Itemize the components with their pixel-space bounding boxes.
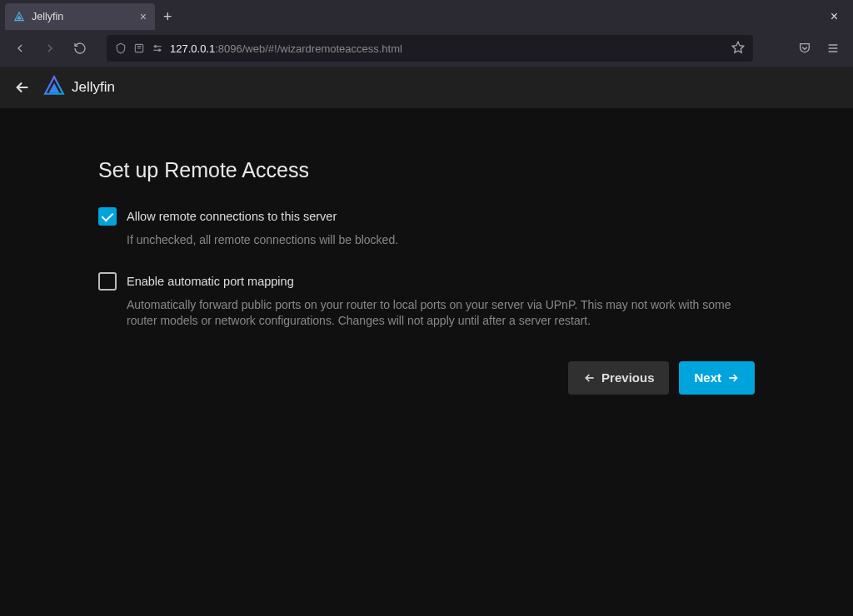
url-host: 127.0.0.1 bbox=[170, 42, 215, 55]
browser-toolbar: 127.0.0.1:8096/web/#!/wizardremoteaccess… bbox=[0, 30, 853, 67]
url-path: :8096/web/#!/wizardremoteaccess.html bbox=[215, 42, 402, 55]
app-menu-icon[interactable] bbox=[821, 37, 845, 60]
new-tab-button[interactable]: + bbox=[155, 3, 181, 30]
option-upnp: Enable automatic port mapping Automatica… bbox=[98, 272, 755, 330]
previous-button[interactable]: Previous bbox=[568, 361, 669, 395]
svg-point-2 bbox=[158, 49, 160, 51]
url-text: 127.0.0.1:8096/web/#!/wizardremoteaccess… bbox=[170, 42, 725, 55]
browser-chrome: Jellyfin × + × 127.0.0.1:8096/web bbox=[0, 0, 853, 67]
label-allow-remote: Allow remote connections to this server bbox=[127, 210, 337, 223]
page-title: Set up Remote Access bbox=[98, 158, 755, 182]
permissions-icon bbox=[152, 42, 163, 54]
next-button[interactable]: Next bbox=[679, 361, 755, 395]
pocket-icon[interactable] bbox=[793, 37, 816, 60]
page-info-icon bbox=[133, 42, 145, 54]
brand-name: Jellyfin bbox=[72, 79, 115, 96]
tab-close-icon[interactable]: × bbox=[140, 10, 147, 23]
bookmark-star-icon[interactable] bbox=[731, 41, 745, 57]
shield-icon bbox=[115, 42, 127, 54]
tab-strip: Jellyfin × + × bbox=[0, 0, 853, 30]
desc-upnp: Automatically forward public ports on yo… bbox=[127, 297, 755, 330]
checkbox-upnp[interactable] bbox=[98, 272, 117, 291]
wizard-panel: Set up Remote Access Allow remote connec… bbox=[85, 158, 768, 395]
checkbox-allow-remote[interactable] bbox=[98, 207, 117, 226]
previous-button-label: Previous bbox=[601, 370, 654, 385]
brand: Jellyfin bbox=[43, 75, 115, 100]
window-close-icon[interactable]: × bbox=[821, 3, 848, 30]
nav-reload-button[interactable] bbox=[68, 37, 92, 60]
arrow-right-icon bbox=[726, 371, 740, 385]
nav-forward-button[interactable] bbox=[38, 37, 62, 60]
button-row: Previous Next bbox=[98, 361, 755, 395]
browser-tab[interactable]: Jellyfin × bbox=[5, 3, 155, 30]
tab-title: Jellyfin bbox=[32, 11, 133, 22]
jellyfin-logo-icon bbox=[43, 75, 65, 100]
content-area: Set up Remote Access Allow remote connec… bbox=[0, 108, 853, 616]
svg-point-1 bbox=[155, 46, 157, 47]
url-bar[interactable]: 127.0.0.1:8096/web/#!/wizardremoteaccess… bbox=[107, 35, 753, 62]
label-upnp: Enable automatic port mapping bbox=[127, 275, 294, 288]
jellyfin-favicon-icon bbox=[13, 11, 25, 22]
app-header: Jellyfin bbox=[0, 67, 853, 108]
option-allow-remote: Allow remote connections to this server … bbox=[98, 207, 755, 249]
arrow-left-icon bbox=[583, 371, 596, 385]
desc-allow-remote: If unchecked, all remote connections wil… bbox=[127, 232, 755, 249]
nav-back-button[interactable] bbox=[8, 37, 32, 60]
next-button-label: Next bbox=[694, 370, 721, 385]
header-back-button[interactable] bbox=[13, 78, 32, 97]
